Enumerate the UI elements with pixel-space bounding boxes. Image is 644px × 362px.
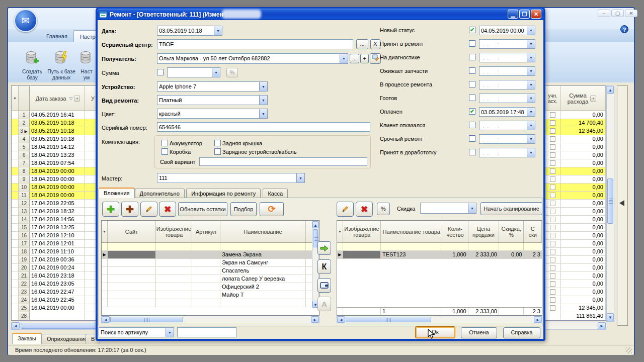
search-mode-combobox[interactable]: Поиск по артикулу▼	[99, 327, 174, 337]
catalog-row[interactable]: ▶ Замена Экрана	[102, 251, 319, 259]
scroll-right-icon[interactable]: ►	[311, 316, 319, 323]
expense-sum-cell[interactable]: 0,00	[560, 240, 606, 247]
start-scan-button[interactable]: Начать сканирование	[480, 202, 542, 215]
status-checkbox-2[interactable]	[469, 54, 475, 60]
catalog-name-cell[interactable]	[220, 299, 306, 307]
status-date-combobox-5[interactable]: . . :▼	[479, 94, 535, 103]
catalog-name-cell[interactable]: Майор Т	[220, 291, 306, 299]
catalog-row[interactable]: лопата Сапер У веревка	[102, 275, 319, 283]
expense-sum-cell[interactable]: 0,00	[560, 272, 606, 280]
status-checkbox-5[interactable]	[469, 95, 475, 101]
item-qty-cell[interactable]: 1,000	[442, 251, 468, 258]
help-button[interactable]: Справка	[503, 327, 540, 338]
order-date-cell[interactable]: 18.04.2019 00:00	[30, 167, 85, 175]
expense-sum-cell[interactable]: 0,00	[560, 288, 606, 296]
item-row[interactable]: 1 1,000 2 333,00 2 3	[337, 307, 542, 315]
order-date-cell[interactable]: 17.04.2019 12:10	[30, 232, 85, 239]
manual-expense-checkbox[interactable]	[550, 289, 555, 295]
item-price-cell[interactable]	[468, 243, 499, 250]
order-date-cell[interactable]: 17.04.2019 00:24	[30, 264, 85, 272]
order-date-cell[interactable]: 04.05.2019 16:41	[30, 111, 85, 119]
orders-grid-vscrollbar[interactable]: ▲ ▼	[606, 85, 614, 322]
items-column-header[interactable]: Скидка, %	[499, 221, 524, 242]
catalog-column-header[interactable]: Наименование	[220, 221, 306, 242]
catalog-row[interactable]: Офицерский 2	[102, 283, 319, 291]
expense-sum-cell[interactable]: 0,00	[560, 111, 606, 119]
scroll-left-icon[interactable]: ◄	[102, 316, 110, 323]
column-header-manual-expense[interactable]: учн. асх.	[545, 86, 560, 111]
manual-expense-checkbox[interactable]	[550, 297, 555, 303]
recipient-combobox[interactable]: Ольга Маркова - ул 50 лет Октября 682882…	[157, 53, 348, 64]
status-checkbox-7[interactable]	[469, 122, 475, 128]
item-row[interactable]: ▶ TEST123 1,000 2 333,00 0,00 2 3	[337, 251, 542, 259]
ribbon-tab-Главная[interactable]: Главная	[40, 30, 73, 42]
expense-sum-cell[interactable]: 0,00	[560, 232, 606, 239]
repair-type-combobox[interactable]: Платный▼	[157, 95, 268, 105]
item-name-cell[interactable]	[381, 243, 442, 250]
expense-sum-cell[interactable]: 0,00	[560, 248, 606, 255]
order-date-cell[interactable]: 17.04.2019 13:25	[30, 224, 85, 231]
expense-sum-cell[interactable]: 0,00	[560, 184, 606, 191]
ribbon-button-1[interactable]: Путь к базе данных	[46, 44, 76, 80]
item-discount-cell[interactable]: 0,00	[499, 251, 524, 258]
collapse-arrow-icon[interactable]	[619, 200, 624, 206]
amount-checkbox[interactable]	[157, 69, 164, 75]
status-checkbox-9[interactable]	[469, 149, 475, 155]
item-price-cell[interactable]: 2 333,00	[468, 308, 499, 315]
dialog-tab-Касса[interactable]: Касса	[263, 189, 288, 198]
manual-expense-checkbox[interactable]	[550, 209, 555, 214]
expense-sum-cell[interactable]: 0,00	[560, 159, 606, 167]
catalog-row[interactable]: Майор Т	[102, 291, 319, 299]
status-date-combobox-0[interactable]: 04.05.2019 00:00▼	[479, 26, 535, 35]
service-center-input[interactable]: ТВОЕ	[157, 39, 353, 49]
item-row[interactable]	[337, 243, 542, 251]
update-stock-button[interactable]: Обновить остатки	[178, 202, 227, 216]
expense-sum-cell[interactable]: 0,00	[560, 224, 606, 231]
status-checkbox-6[interactable]: ✔	[469, 108, 475, 115]
column-filter-dropdown-icon[interactable]: ▼	[74, 96, 80, 102]
service-center-browse-button[interactable]: ...	[356, 39, 368, 49]
expense-sum-cell[interactable]: 111 861,40	[560, 312, 606, 320]
ribbon-button-0[interactable]: Создать базу	[19, 44, 45, 80]
order-date-cell[interactable]: 17.04.2019 12:01	[30, 240, 85, 247]
expense-sum-cell[interactable]: 14 700,40	[560, 119, 606, 127]
status-checkbox-0[interactable]: ✔	[469, 27, 475, 33]
order-date-cell[interactable]: 17.04.2019 11:10	[30, 248, 85, 255]
order-date-cell[interactable]: 03.05.2019 10:18	[30, 135, 85, 143]
order-date-cell[interactable]: 18.04.2019 00:00	[30, 175, 85, 183]
dialog-title-bar[interactable]: Ремонт - [Ответственный: 111] (Измен ▁ ❐…	[97, 9, 544, 20]
ribbon-button-2[interactable]: Наст ум	[76, 44, 97, 80]
items-column-header[interactable]: ▼	[337, 221, 343, 242]
status-date-combobox-7[interactable]: . . :▼	[479, 121, 535, 130]
hscrollbar-thumb[interactable]	[346, 317, 431, 322]
edit-item-button[interactable]	[337, 202, 354, 217]
manual-expense-checkbox[interactable]	[550, 193, 555, 198]
pick-button[interactable]: Подбор	[230, 202, 257, 216]
catalog-name-cell[interactable]: Офицерский 2	[220, 283, 306, 291]
grid-corner-dropdown-icon[interactable]: ▼	[12, 86, 19, 111]
kit-checkbox-0[interactable]	[162, 140, 168, 146]
expense-sum-cell[interactable]: 0,00	[560, 200, 606, 207]
vscrollbar-thumb[interactable]	[607, 178, 613, 224]
master-combobox[interactable]: 111▼	[157, 173, 305, 183]
expense-sum-cell[interactable]: 0,00	[560, 216, 606, 223]
status-date-combobox-4[interactable]: . . :▼	[479, 80, 535, 89]
order-date-cell[interactable]: 18.04.2019 14:12	[30, 143, 85, 151]
scroll-right-icon[interactable]: ►	[534, 316, 542, 323]
manual-expense-checkbox[interactable]	[550, 152, 555, 158]
refresh-button[interactable]: ⟳	[260, 202, 284, 216]
kit-checkbox-3[interactable]	[214, 148, 221, 155]
expense-sum-cell[interactable]: 0,00	[560, 256, 606, 263]
order-date-cell[interactable]: 16.04.2019 23:18	[30, 272, 85, 280]
order-date-cell[interactable]	[30, 312, 85, 320]
application-menu-button[interactable]: ✉	[14, 9, 37, 32]
filter-icon[interactable]: ▽	[69, 96, 72, 101]
expense-sum-cell[interactable]: 12 345,00	[560, 127, 606, 135]
dialog-tab-Вложения[interactable]: Вложения	[99, 188, 135, 198]
manual-expense-checkbox[interactable]	[550, 217, 555, 222]
order-date-cell[interactable]: 03.05.2019 10:18	[30, 127, 85, 135]
expense-sum-cell[interactable]: 0,00	[560, 208, 606, 215]
order-date-cell[interactable]: 16.04.2019 00:00	[30, 304, 85, 312]
move-right-button[interactable]	[317, 241, 331, 255]
color-combobox[interactable]: красный▼	[157, 109, 268, 119]
